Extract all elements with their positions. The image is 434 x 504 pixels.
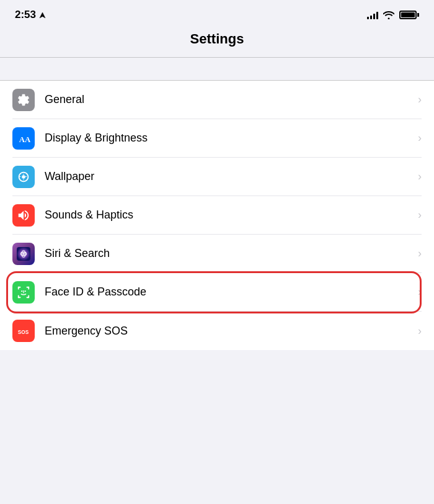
settings-item-faceid[interactable]: Face ID & Passcode › [0, 273, 434, 312]
settings-item-sos[interactable]: SOS Emergency SOS › [0, 312, 434, 350]
section-gap [0, 58, 434, 80]
wallpaper-chevron: › [418, 170, 422, 183]
settings-item-siri[interactable]: Siri & Search › [0, 235, 434, 273]
settings-item-sounds[interactable]: Sounds & Haptics › [0, 196, 434, 235]
general-label: General [45, 93, 418, 106]
location-arrow-icon [38, 11, 46, 19]
sos-label: Emergency SOS [45, 325, 418, 338]
general-chevron: › [418, 93, 422, 106]
svg-point-15 [25, 290, 26, 292]
display-icon: AA [12, 127, 35, 150]
wallpaper-label: Wallpaper [45, 170, 418, 183]
page-title-section: Settings [0, 26, 434, 57]
faceid-icon [12, 281, 35, 304]
sounds-label: Sounds & Haptics [45, 209, 418, 222]
siri-label: Siri & Search [45, 247, 418, 260]
settings-list: General › AA Display & Brightness › [0, 81, 434, 350]
status-icons [367, 11, 419, 19]
siri-chevron: › [418, 247, 422, 260]
svg-text:AA: AA [19, 135, 30, 143]
status-bar: 2:53 [0, 0, 434, 26]
settings-item-wallpaper[interactable]: Wallpaper › [0, 158, 434, 196]
svg-point-1 [22, 175, 25, 179]
svg-rect-10 [18, 286, 19, 289]
status-time: 2:53 [15, 9, 46, 21]
svg-point-5 [23, 253, 25, 254]
page-title: Settings [0, 31, 434, 47]
svg-text:SOS: SOS [18, 330, 29, 335]
wallpaper-icon [12, 166, 35, 188]
general-icon [12, 89, 35, 111]
faceid-chevron: › [418, 286, 422, 299]
svg-rect-12 [18, 295, 19, 298]
sos-chevron: › [418, 325, 422, 338]
wifi-icon [383, 11, 394, 19]
settings-item-display[interactable]: AA Display & Brightness › [0, 119, 434, 158]
svg-rect-13 [28, 295, 29, 298]
display-label: Display & Brightness [45, 132, 418, 145]
faceid-label: Face ID & Passcode [45, 286, 418, 299]
sounds-icon [12, 204, 35, 227]
sounds-chevron: › [418, 209, 422, 222]
settings-item-general[interactable]: General › [0, 81, 434, 119]
svg-rect-11 [28, 286, 29, 289]
sos-icon: SOS [12, 320, 35, 342]
time-display: 2:53 [15, 9, 36, 21]
signal-bars-icon [367, 11, 378, 19]
svg-point-14 [21, 290, 22, 292]
battery-icon [399, 11, 419, 19]
display-chevron: › [418, 132, 422, 145]
siri-icon [12, 243, 35, 265]
